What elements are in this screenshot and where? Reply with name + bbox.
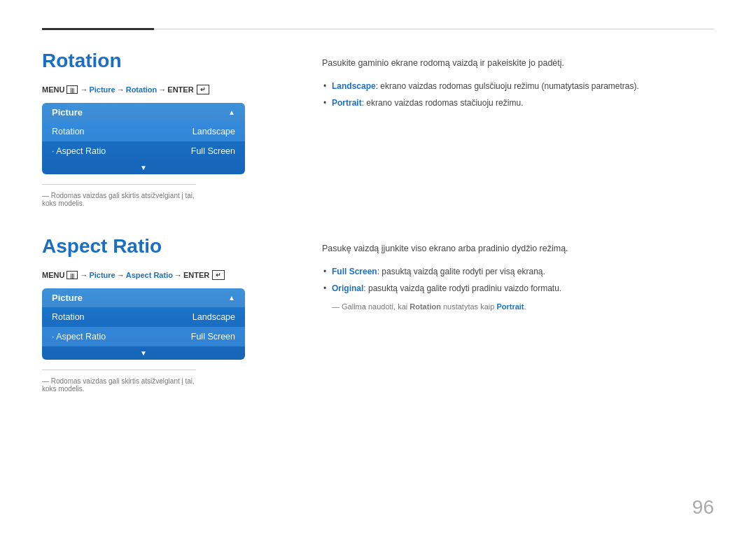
arrow3-2: → [174, 271, 182, 279]
picture-link-1: Picture [89, 85, 115, 94]
section1-bullet-1: Landscape: ekrano vaizdas rodomas gulsči… [322, 80, 714, 92]
section1-bullets: Landscape: ekrano vaizdas rodomas gulsči… [322, 80, 714, 109]
rotation-ref: Rotation [410, 302, 441, 311]
arrow1-1: → [80, 85, 88, 94]
section1-right: Pasukite gaminio ekrane rodomą vaizdą ir… [322, 50, 714, 207]
picture-box-footer-1: ▼ [42, 161, 245, 174]
rotation-link-1: Rotation [126, 85, 158, 94]
row2-label-2: · Aspect Ratio [52, 332, 106, 342]
section1-left: Rotation MENU ||| → Picture → Rotation →… [42, 50, 280, 207]
section1-bullet-2: Portrait: ekrano vaizdas rodomas stačiuo… [322, 97, 714, 109]
picture-box-row2-2[interactable]: · Aspect Ratio Full Screen [42, 327, 245, 346]
menu-icon-1: ||| [66, 85, 78, 94]
section2-right: Pasukę vaizdą įjunkite viso ekrano arba … [322, 235, 714, 393]
section1-menu-path: MENU ||| → Picture → Rotation → ENTER ↵ [42, 85, 280, 94]
row1-label-1: Rotation [52, 127, 85, 136]
section1-bullet1-text: : ekrano vaizdas rodomas gulsčiuoju reži… [376, 81, 639, 91]
section1-title: Rotation [42, 50, 280, 72]
section1-picture-box: Picture ▲ Rotation Landscape · Aspect Ra… [42, 103, 245, 174]
section2-bullets: Full Screen: pasuktą vaizdą galite rodyt… [322, 265, 714, 295]
chevron-up-icon-1: ▲ [228, 108, 235, 116]
menu-icon-2: ||| [66, 271, 78, 279]
top-line-light [154, 29, 714, 29]
picture-box-header-1: Picture ▲ [42, 103, 245, 122]
section2-title: Aspect Ratio [42, 235, 280, 258]
section2-bullet2-highlight: Original [332, 283, 363, 293]
top-line-dark [42, 28, 154, 30]
section2-bullet-1: Full Screen: pasuktą vaizdą galite rodyt… [322, 265, 714, 278]
section2-menu-path: MENU ||| → Picture → Aspect Ratio → ENTE… [42, 270, 280, 280]
chevron-down-icon-1: ▼ [140, 164, 147, 171]
aspect-link-2: Aspect Ratio [126, 271, 173, 279]
arrow3-1: → [158, 85, 166, 94]
section2-intro: Pasukę vaizdą įjunkite viso ekrano arba … [322, 242, 714, 255]
section2-bullet-2: Original: pasuktą vaizdą galite rodyti p… [322, 282, 714, 295]
row2-label-1: · Aspect Ratio [52, 146, 106, 156]
picture-box-footer-2: ▼ [42, 346, 245, 360]
picture-box-title-1: Picture [52, 107, 83, 118]
picture-box-row2-1[interactable]: · Aspect Ratio Full Screen [42, 141, 245, 161]
enter-label-2: ENTER [183, 271, 209, 279]
section1-bullet2-highlight: Portrait [332, 98, 362, 108]
page-number: 96 [692, 496, 714, 519]
section2-bullet2-text: : pasuktą vaizdą galite rodyti pradiniu … [363, 283, 561, 293]
picture-box-title-2: Picture [52, 293, 83, 303]
enter-icon-1: ↵ [197, 85, 209, 94]
enter-icon-2: ↵ [212, 270, 225, 280]
section1-intro: Pasukite gaminio ekrane rodomą vaizdą ir… [322, 57, 714, 70]
picture-box-row1-2[interactable]: Rotation Landscape [42, 307, 245, 327]
arrow2-2: → [117, 271, 125, 279]
section-divider [42, 207, 714, 235]
arrow1-2: → [80, 271, 88, 279]
row2-value-1: Full Screen [191, 146, 235, 156]
picture-box-header-2: Picture ▲ [42, 288, 245, 307]
section1-note-section: ― Rodomas vaizdas gali skirtis atsižvelg… [42, 184, 196, 207]
section1-note: ― Rodomas vaizdas gali skirtis atsižvelg… [42, 192, 196, 207]
section2-picture-box: Picture ▲ Rotation Landscape · Aspect Ra… [42, 288, 245, 360]
page-container: Rotation MENU ||| → Picture → Rotation →… [0, 0, 756, 534]
row2-value-2: Full Screen [191, 332, 235, 342]
section1-bullet1-highlight: Landscape [332, 81, 376, 91]
enter-label-1: ENTER [167, 85, 193, 94]
row1-value-2: Landscape [192, 312, 235, 322]
portrait-ref: Portrait [496, 302, 524, 311]
arrow2-1: → [117, 85, 125, 94]
section2-bullet1-highlight: Full Screen [332, 267, 377, 276]
chevron-up-icon-2: ▲ [228, 294, 235, 302]
menu-label-1: MENU [42, 85, 64, 94]
section2-note: ― Rodomas vaizdas gali skirtis atsižvelg… [42, 377, 196, 393]
top-lines [42, 28, 714, 30]
section-rotation: Rotation MENU ||| → Picture → Rotation →… [42, 50, 714, 207]
menu-label-2: MENU [42, 271, 64, 279]
section2-bullet1-text: : pasuktą vaizdą galite rodyti per visą … [377, 267, 545, 276]
section2-left: Aspect Ratio MENU ||| → Picture → Aspect… [42, 235, 280, 393]
section-aspect-ratio: Aspect Ratio MENU ||| → Picture → Aspect… [42, 235, 714, 393]
picture-box-row1-1[interactable]: Rotation Landscape [42, 122, 245, 141]
picture-link-2: Picture [89, 271, 115, 279]
section2-note-section: ― Rodomas vaizdas gali skirtis atsižvelg… [42, 370, 196, 393]
section2-sub-note: Galima naudoti, kai Rotation nustatytas … [322, 302, 714, 312]
row1-value-1: Landscape [192, 127, 235, 136]
chevron-down-icon-2: ▼ [140, 349, 147, 357]
row1-label-2: Rotation [52, 312, 85, 322]
section1-bullet2-text: : ekrano vaizdas rodomas stačiuoju režim… [362, 98, 524, 108]
